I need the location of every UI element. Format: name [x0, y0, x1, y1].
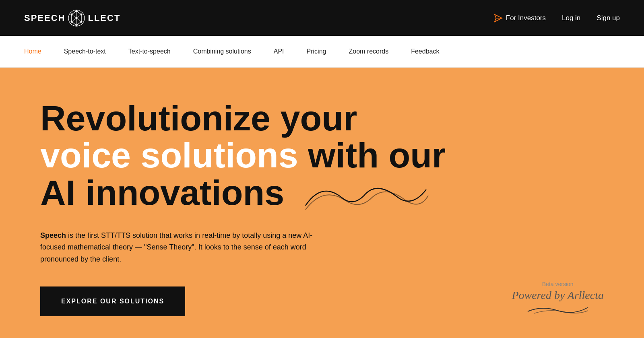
- top-nav-right: For Investors Log in Sign up: [494, 14, 620, 23]
- hero-headline-line3: with our: [298, 135, 446, 175]
- hero-subtext-bold: Speech: [40, 231, 66, 239]
- secondary-nav: Home Speech-to-text Text-to-speech Combi…: [0, 36, 644, 68]
- hero-headline-line2: voice solutions: [40, 135, 298, 175]
- arllecta-underline-icon: [526, 303, 590, 315]
- nav-item-combining-solutions[interactable]: Combining solutions: [182, 36, 262, 68]
- logo-left: SPEECH: [24, 13, 65, 23]
- beta-label: Beta version: [512, 281, 604, 287]
- logo-icon: [66, 8, 87, 29]
- beta-block: Beta version Powered by Arllecta: [512, 281, 604, 316]
- swirl-icon: [301, 177, 430, 214]
- for-investors-link[interactable]: For Investors: [494, 14, 546, 23]
- nav-item-zoom-records[interactable]: Zoom records: [337, 36, 400, 68]
- nav-item-home[interactable]: Home: [24, 36, 53, 68]
- svg-line-11: [76, 18, 81, 22]
- investor-icon: [494, 14, 503, 23]
- svg-line-13: [72, 18, 76, 22]
- hero-subtext: Speech is the first STT/TTS solution tha…: [40, 230, 314, 266]
- nav-item-speech-to-text[interactable]: Speech-to-text: [53, 36, 117, 68]
- signup-button[interactable]: Sign up: [597, 14, 620, 22]
- top-bar: SPEECH LLECT: [0, 0, 644, 36]
- powered-by-label: Powered by Arllecta: [512, 289, 604, 302]
- hero-section: Revolutionize your voice solutions with …: [0, 68, 644, 338]
- hero-subtext-rest: is the first STT/TTS solution that works…: [40, 231, 312, 263]
- nav-item-text-to-speech[interactable]: Text-to-speech: [117, 36, 182, 68]
- svg-line-10: [76, 14, 81, 18]
- logo[interactable]: SPEECH LLECT: [24, 8, 120, 29]
- nav-item-feedback[interactable]: Feedback: [400, 36, 450, 68]
- nav-item-api[interactable]: API: [262, 36, 295, 68]
- svg-line-14: [72, 14, 76, 18]
- login-button[interactable]: Log in: [562, 14, 580, 22]
- for-investors-label: For Investors: [506, 14, 546, 22]
- hero-headline-line1: Revolutionize your: [40, 98, 357, 138]
- hero-headline-line4: AI innovations: [40, 173, 284, 212]
- nav-item-pricing[interactable]: Pricing: [295, 36, 338, 68]
- logo-right: LLECT: [88, 13, 120, 23]
- explore-solutions-button[interactable]: EXPLORE OUR SOLUTIONS: [40, 286, 185, 316]
- hero-headline: Revolutionize your voice solutions with …: [40, 100, 463, 214]
